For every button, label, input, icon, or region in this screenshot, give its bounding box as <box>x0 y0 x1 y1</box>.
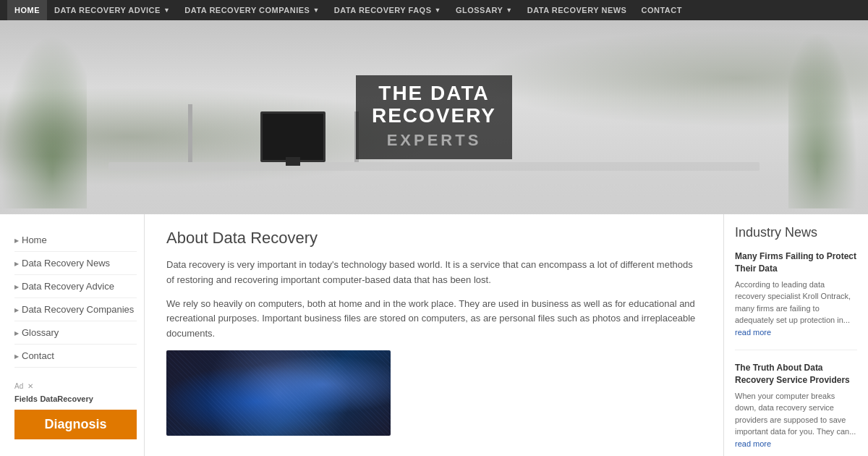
sidebar-navigation: Home Data Recovery News Data Recovery Ad… <box>14 229 137 368</box>
news-item-2-body: When your computer breaks down, data rec… <box>735 390 857 450</box>
industry-news-heading: Industry News <box>735 225 857 240</box>
hero-banner: THE DATA RECOVERY EXPERTS <box>0 20 868 214</box>
sidebar-item-contact[interactable]: Contact <box>14 345 137 368</box>
news-item-1-body: According to leading data recovery speci… <box>735 279 857 339</box>
glossary-dropdown-arrow: ▼ <box>506 7 512 14</box>
companies-dropdown-arrow: ▼ <box>312 7 319 14</box>
sidebar-advertisement: Ad ✕ Fields DataRecovery Diagnosis <box>14 382 137 439</box>
news-item-1-title: Many Firms Failing to Protect Their Data <box>735 250 857 275</box>
sidebar-item-glossary[interactable]: Glossary <box>14 321 137 345</box>
content-image-hdd <box>166 350 391 436</box>
hero-lamp-left <box>188 104 192 162</box>
nav-advice[interactable]: DATA RECOVERY ADVICE ▼ <box>47 0 177 20</box>
hero-desk <box>109 162 760 171</box>
content-paragraph-1: Data recovery is very important in today… <box>166 258 702 288</box>
main-nav: HOME DATA RECOVERY ADVICE ▼ DATA RECOVER… <box>0 0 868 20</box>
sidebar-item-news[interactable]: Data Recovery News <box>14 252 137 275</box>
nav-news[interactable]: DATA RECOVERY NEWS <box>520 0 634 20</box>
nav-home[interactable]: HOME <box>7 0 47 20</box>
ad-brand-sub: Fields <box>14 394 38 403</box>
news-item-2: The Truth About Data Recovery Service Pr… <box>735 362 857 456</box>
right-sidebar: Industry News Many Firms Failing to Prot… <box>723 214 868 456</box>
main-content: About Data Recovery Data recovery is ver… <box>145 214 723 456</box>
hero-title-overlay: THE DATA RECOVERY EXPERTS <box>356 75 512 159</box>
ad-close-icon[interactable]: ✕ <box>27 382 33 390</box>
hero-monitor <box>260 111 326 162</box>
news-item-1-read-more[interactable]: read more <box>735 328 771 337</box>
nav-contact[interactable]: CONTACT <box>634 0 689 20</box>
news-item-2-read-more[interactable]: read more <box>735 439 771 448</box>
nav-glossary[interactable]: GLOSSARY ▼ <box>448 0 520 20</box>
hero-line3: EXPERTS <box>372 130 496 151</box>
sidebar-item-advice[interactable]: Data Recovery Advice <box>14 275 137 298</box>
advice-dropdown-arrow: ▼ <box>163 7 170 14</box>
news-item-2-title: The Truth About Data Recovery Service Pr… <box>735 362 857 387</box>
ad-label: Ad <box>14 382 23 390</box>
ad-brand-name: Fields DataRecovery <box>14 393 137 404</box>
sidebar-item-home[interactable]: Home <box>14 229 137 252</box>
left-sidebar: Home Data Recovery News Data Recovery Ad… <box>0 214 145 456</box>
ad-diagnosis-button[interactable]: Diagnosis <box>14 410 137 439</box>
nav-companies[interactable]: DATA RECOVERY COMPANIES ▼ <box>177 0 326 20</box>
nav-faqs[interactable]: DATA RECOVERY FAQS ▼ <box>327 0 448 20</box>
hero-line1: THE DATA <box>372 83 496 105</box>
content-paragraph-2: We rely so heavily on computers, both at… <box>166 297 702 342</box>
faqs-dropdown-arrow: ▼ <box>435 7 441 14</box>
content-title: About Data Recovery <box>166 229 702 248</box>
news-item-1: Many Firms Failing to Protect Their Data… <box>735 250 857 350</box>
ad-header: Ad ✕ <box>14 382 137 390</box>
hero-title-box: THE DATA RECOVERY EXPERTS <box>356 75 512 159</box>
sidebar-item-companies[interactable]: Data Recovery Companies <box>14 298 137 321</box>
main-layout: Home Data Recovery News Data Recovery Ad… <box>0 214 868 456</box>
hero-line2: RECOVERY <box>372 105 496 127</box>
